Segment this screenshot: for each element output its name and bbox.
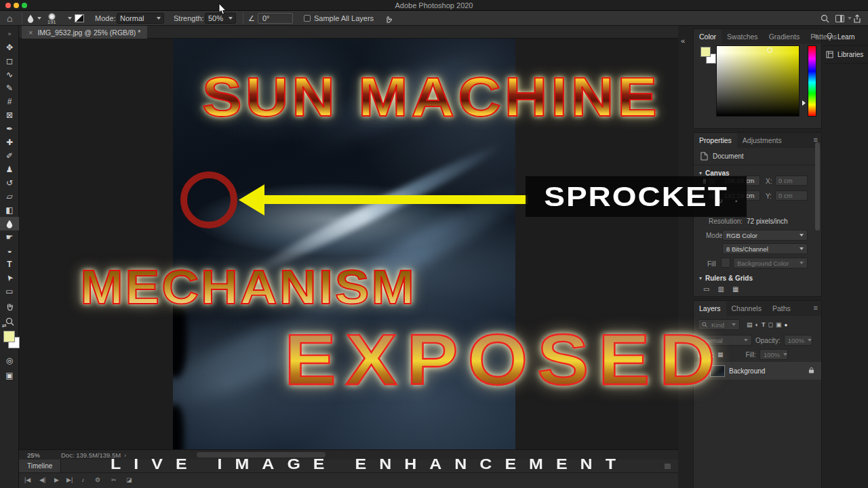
home-icon[interactable]: ⌂ — [7, 11, 12, 26]
y-label: Y: — [766, 192, 772, 200]
tab-gradients[interactable]: Gradients — [764, 29, 806, 44]
transition-button[interactable]: ◪ — [126, 476, 132, 483]
first-frame-button[interactable]: |◀ — [24, 476, 31, 483]
resolution-label: Resolution: — [709, 218, 743, 225]
hue-slider-marker[interactable] — [802, 100, 806, 106]
tab-color[interactable]: Color — [694, 29, 722, 44]
eyedropper-tool[interactable]: ✒ — [0, 122, 19, 136]
color-field[interactable] — [716, 45, 800, 117]
fill-label: Fill — [707, 260, 716, 268]
collapse-panels-icon[interactable]: « — [681, 37, 685, 45]
marquee-tool[interactable]: ◻ — [0, 54, 19, 68]
bit-depth-dropdown[interactable]: 8 Bits/Channel — [722, 243, 808, 254]
fill-dropdown[interactable]: Background Color — [733, 258, 808, 268]
panel-menu-icon[interactable]: ≡ — [814, 304, 818, 312]
previous-frame-button[interactable]: ◀| — [39, 476, 45, 483]
x-field[interactable]: 0 cm — [775, 176, 808, 186]
vertical-scrollbar[interactable] — [815, 142, 820, 230]
tab-adjustments[interactable]: Adjustments — [737, 133, 787, 148]
clone-stamp-tool[interactable]: ♟ — [0, 163, 19, 176]
overlay-yellow-arrow — [263, 195, 528, 204]
brush-picker-chevron[interactable] — [64, 11, 72, 26]
close-tab-icon[interactable]: × — [28, 28, 33, 37]
share-icon[interactable] — [853, 11, 861, 26]
rotate-canvas-icon: ↻ — [717, 197, 723, 205]
gradient-tool[interactable]: ◧ — [0, 203, 19, 217]
quick-mask-button[interactable]: ◎ — [0, 354, 19, 367]
crop-tool[interactable]: # — [0, 95, 19, 108]
next-frame-button[interactable]: ▶| — [66, 476, 73, 483]
overlay-callout-box: SPROCKET — [526, 176, 747, 217]
grid-icon[interactable]: ▦ — [732, 285, 738, 293]
ruler-icon[interactable]: ▭ — [703, 285, 709, 293]
history-brush-tool[interactable]: ↺ — [0, 176, 19, 190]
search-icon[interactable] — [821, 11, 829, 26]
tools-panel: » ✥ ◻ ∿ ✎ # ⊠ ✒ ✚ ✐ ♟ ↺ ▱ ◧ ☛ ◒ T ➤ ▭ ••… — [0, 26, 19, 488]
tab-channels[interactable]: Channels — [726, 301, 767, 316]
frame-tool[interactable]: ⊠ — [0, 108, 19, 122]
tab-swatches[interactable]: Swatches — [722, 29, 764, 44]
smudge-tool[interactable]: ☛ — [0, 230, 19, 244]
chevron-down-icon — [37, 17, 41, 20]
color-mode-dropdown[interactable]: RGB Color — [722, 230, 808, 241]
learn-panel-button[interactable]: Learn — [823, 28, 868, 46]
opacity-field[interactable]: 100% — [784, 335, 812, 346]
tab-properties[interactable]: Properties — [694, 133, 737, 148]
brush-tool[interactable]: ✐ — [0, 149, 19, 163]
chevron-down-icon[interactable]: ▾ — [699, 275, 702, 281]
object-selection-tool[interactable]: ✎ — [0, 81, 19, 95]
libraries-panel-button[interactable]: Libraries — [823, 46, 868, 64]
foreground-color-swatch[interactable] — [701, 47, 711, 57]
mode-dropdown[interactable]: Normal — [117, 11, 164, 26]
mode-label: Mode — [706, 232, 723, 239]
type-tool[interactable]: T — [0, 258, 19, 271]
swap-colors-icon[interactable]: ⇄ — [2, 323, 7, 329]
tab-layers[interactable]: Layers — [694, 301, 726, 316]
color-field-marker[interactable] — [767, 47, 772, 53]
hue-slider[interactable] — [808, 45, 816, 117]
foreground-color-swatch[interactable] — [3, 331, 15, 342]
timeline-settings-button[interactable]: ⚙ — [95, 476, 100, 483]
mouse-cursor — [218, 3, 226, 15]
hand-tool[interactable] — [0, 300, 19, 313]
angle-icon: ∠ — [248, 11, 255, 26]
collapsed-panels-strip: Learn Libraries — [823, 28, 868, 64]
angle-input[interactable]: 0° — [258, 11, 293, 26]
fill-swatch[interactable] — [721, 258, 730, 268]
lasso-tool[interactable]: ∿ — [0, 68, 19, 81]
zoom-level[interactable]: 25% — [27, 451, 40, 459]
filter-pin-icon[interactable]: ● — [784, 322, 787, 328]
chevron-down-icon[interactable]: ▾ — [699, 170, 702, 176]
move-tool[interactable]: ✥ — [0, 41, 19, 54]
play-button[interactable]: ▶ — [54, 476, 59, 483]
columns-icon[interactable]: ▥ — [717, 285, 724, 293]
app-title: Adobe Photoshop 2020 — [0, 1, 868, 9]
path-selection-tool[interactable]: ➤ — [0, 271, 19, 285]
blur-tool[interactable] — [0, 217, 19, 230]
artboard-icon: ▪ — [735, 197, 738, 205]
healing-brush-tool[interactable]: ✚ — [0, 136, 19, 149]
overlay-red-circle — [180, 171, 237, 228]
pressure-toggle[interactable] — [384, 11, 393, 26]
sample-all-layers-checkbox[interactable]: Sample All Layers — [304, 11, 374, 26]
timeline-tab[interactable]: Timeline — [19, 460, 61, 472]
brush-panel-icon — [75, 14, 84, 22]
y-field[interactable]: 0 cm — [775, 190, 808, 201]
workspace-switcher-icon[interactable] — [835, 11, 852, 26]
shape-tool[interactable]: ▭ — [0, 285, 19, 298]
brush-preset-picker[interactable]: 191 — [47, 11, 62, 26]
tab-paths[interactable]: Paths — [767, 301, 796, 316]
brush-settings-toggle[interactable] — [75, 11, 84, 26]
split-clip-button[interactable]: ✂ — [111, 476, 117, 483]
eraser-tool[interactable]: ▱ — [0, 190, 19, 203]
document-tab[interactable]: × IMG_9532.jpg @ 25% (RGB/8) * — [22, 26, 147, 39]
panel-menu-icon[interactable]: ≡ — [814, 32, 818, 40]
collapse-tools-icon[interactable]: » — [0, 27, 19, 41]
lightbulb-icon — [826, 33, 833, 41]
document-icon — [701, 152, 708, 161]
document-tab-bar: × IMG_9532.jpg @ 25% (RGB/8) * — [19, 26, 678, 39]
dodge-tool[interactable]: ◒ — [0, 244, 19, 258]
screen-mode-button[interactable]: ▣ — [0, 369, 19, 382]
tool-preset-icon[interactable] — [27, 11, 41, 26]
audio-toggle-button[interactable]: ♪ — [81, 476, 85, 483]
